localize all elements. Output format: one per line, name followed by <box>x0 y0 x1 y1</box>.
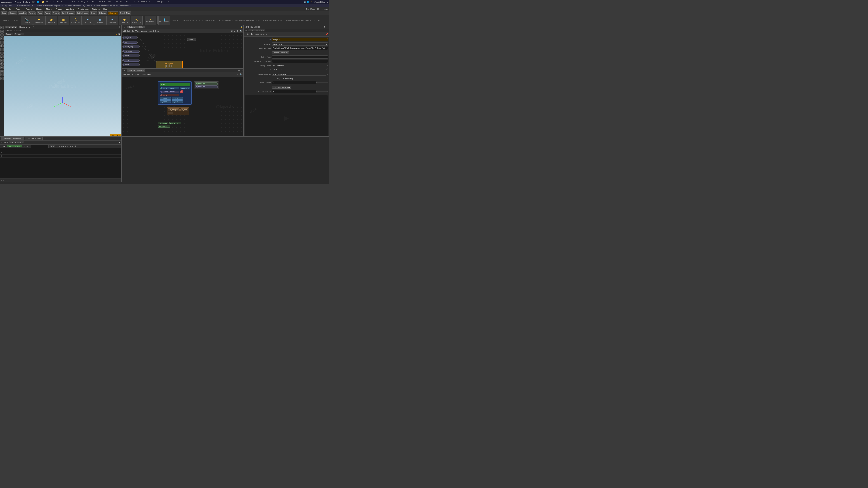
export-button[interactable]: Export <box>90 11 97 15</box>
delay-load-checkbox[interactable] <box>272 77 275 80</box>
places-menu[interactable]: Places <box>15 1 21 3</box>
building-lo-node[interactable]: Building_lo <box>180 87 190 90</box>
param-geofile-value[interactable]: /media/tricecold/NVME_Storage/Work/Houdi… <box>272 47 328 50</box>
nocam-dropdown[interactable]: No cam - <box>14 33 24 35</box>
renderrilight-button[interactable]: RenderMan <box>119 11 131 15</box>
param-load-value[interactable]: All Geometry ▾ <box>272 68 328 71</box>
rp-nav-back-icon[interactable]: ◁ <box>245 33 246 35</box>
lights-toolbar[interactable]: Lights and Cameras 📷 Camera ● Point Ligh… <box>0 15 329 25</box>
menu-file[interactable]: File <box>1 8 6 10</box>
ne-view-menu[interactable]: View <box>135 30 139 32</box>
texture-button[interactable]: Texture <box>28 11 36 15</box>
building-sc-node[interactable]: Building_SC... <box>158 125 170 128</box>
ne-zoom-icon[interactable]: 🔍 <box>240 30 242 32</box>
gi-light-button[interactable]: ◈ GI Light <box>94 16 106 25</box>
sidebar-uv-icon[interactable]: U <box>0 62 4 66</box>
cache-frames-slider[interactable] <box>316 82 328 84</box>
menu-radshift[interactable]: Radshift <box>92 8 100 10</box>
ne-b-help-menu[interactable]: Help <box>147 73 151 75</box>
menu-bar[interactable]: File Edit Render Assets Objects Modify P… <box>0 7 329 11</box>
viewport-display-icon[interactable]: ▣ <box>119 33 120 35</box>
sp-nav-fwd[interactable]: ▷ <box>3 141 4 143</box>
snap-button[interactable]: Snap <box>1 11 7 15</box>
building-lo2-node[interactable]: Building_Lo <box>158 122 168 125</box>
ne-b-list-icon[interactable]: ≡ <box>237 73 239 76</box>
building-fi-node[interactable]: Building_Fi... <box>161 94 180 96</box>
menu-plugins[interactable]: Plugins <box>55 8 63 10</box>
param-geodatapath-value[interactable] <box>272 60 328 63</box>
param-missingframe-value[interactable]: No Geometry ▾ <box>272 64 327 67</box>
sky-light-button[interactable]: ☀ Sky Light <box>82 16 94 25</box>
ne-top-content[interactable]: Indie Edition RRCG 人人素材 env_load null sw… <box>122 33 243 68</box>
add-view-button[interactable]: + <box>33 26 34 28</box>
ne-top-lock-icon[interactable]: 🔒 <box>240 26 242 28</box>
persp-dropdown[interactable]: Persp - <box>5 33 13 35</box>
sp-node-name[interactable]: LOAD_BUILDINGS <box>7 145 22 147</box>
node-null1[interactable]: null <box>123 41 137 43</box>
portal-light-button[interactable]: ⊕ Portal Light <box>119 16 130 25</box>
menu-windows[interactable]: Windows <box>65 8 75 10</box>
sidebar-headphones-icon[interactable]: 🎧 <box>0 70 4 73</box>
rp-obj-icon[interactable]: obj <box>250 33 253 35</box>
sp-settings-icon[interactable]: ⚙ <box>74 145 76 147</box>
area-light-button[interactable]: ⊡ Area Light <box>58 16 69 25</box>
menu-objects[interactable]: Objects <box>35 8 43 10</box>
sidebar-transform-icon[interactable]: ⊞ <box>0 44 4 47</box>
node-forest2[interactable]: forest... <box>123 59 139 62</box>
snapshot-button[interactable]: Snapshot <box>108 11 118 15</box>
sp-tab-taskgraph[interactable]: Task Graph Table <box>25 137 43 140</box>
prefetch-button[interactable]: Pre-Fetch Geometry <box>272 86 291 89</box>
sidebar-rotate-icon[interactable]: ↻ <box>0 37 4 40</box>
rp-tab-label[interactable]: LOAD_BUILDINGS <box>248 29 265 31</box>
node-switch1[interactable]: switch_lodg... <box>123 45 139 48</box>
building-lookdev2-node[interactable]: Building_LookDev <box>161 91 180 93</box>
node-forest3[interactable]: forest... <box>123 63 139 66</box>
menu-help[interactable]: Help <box>103 8 108 10</box>
param-saveload-value[interactable]: 0 <box>272 90 316 93</box>
spot-light-button[interactable]: ◉ Spot Light <box>45 16 57 25</box>
vx-light2-node[interactable]: vx_Light <box>160 100 171 103</box>
node-forest1[interactable]: forest... <box>123 54 139 57</box>
fp-looddev-node[interactable]: fp_LookDev... <box>195 83 218 85</box>
rilight-button[interactable]: RiLight <box>52 11 60 15</box>
viewport-lock-icon[interactable]: 🔒 <box>115 33 118 35</box>
camera-button[interactable]: 📷 Camera <box>21 16 33 25</box>
viewport-building-label[interactable]: Building_LookDev <box>9 30 22 31</box>
param-cacheframes-value[interactable]: 0 <box>272 81 316 84</box>
sp-nav-back[interactable]: ◁ <box>1 141 2 143</box>
sidebar-12-icon[interactable]: 12 <box>0 66 4 69</box>
modules-button[interactable]: Modules <box>18 11 27 15</box>
sidebar-select-icon[interactable]: ↖ <box>0 26 4 29</box>
rp-building-path-label[interactable]: Building_LookDev <box>254 33 267 35</box>
rp-minimize-icon[interactable]: — <box>327 26 328 28</box>
sp-help-icon[interactable]: ? <box>77 145 78 147</box>
fluid-containers-button[interactable]: 💧 Fluid Containers <box>158 16 170 25</box>
viewport-mini-toolbar[interactable]: Persp - No cam - 🔒 ▣ <box>4 32 121 36</box>
sp-maximize-icon[interactable]: □ <box>119 138 120 140</box>
gray-node-group[interactable]: fp_LookDev... fp_LookDev... <box>194 81 219 89</box>
saveload-slider[interactable] <box>316 91 328 92</box>
system-menu[interactable]: System <box>23 1 30 3</box>
ne-bottom-add-tab[interactable]: + <box>147 69 148 71</box>
ne-b-go-menu[interactable]: Go <box>131 73 134 75</box>
ne-add-menu[interactable]: Add <box>123 30 126 32</box>
app-icon-houdini[interactable]: 🎬 <box>32 1 35 3</box>
param-objectmask-value[interactable] <box>272 55 328 59</box>
point-light-button[interactable]: ● Point Light <box>33 16 45 25</box>
ambient-light-button[interactable]: ◎ Ambient Light <box>131 16 143 25</box>
render-view-tab[interactable]: Render View <box>18 26 31 28</box>
objects-button[interactable]: Objects <box>8 11 17 15</box>
ne-b-view-menu[interactable]: View <box>135 73 139 75</box>
viewport-3d[interactable]: RRCG 人人素材 CG Indie Edition x y z Indie E… <box>4 36 121 136</box>
param-displaypacked-value[interactable]: Use File Setting ▾ <box>272 72 327 76</box>
sp-view-dropdown[interactable]: View <box>50 145 55 147</box>
menu-modify[interactable]: Modify <box>45 8 53 10</box>
vx-path-node[interactable]: vx_path <box>180 108 188 111</box>
ne-b-layout-menu[interactable]: Layout <box>141 73 146 75</box>
applications-menu[interactable]: Applications <box>1 1 12 3</box>
pose-button[interactable]: Pose <box>37 11 43 15</box>
ne-edit-menu[interactable]: Edit <box>127 30 130 32</box>
sidebar-view-icon[interactable]: 👁 <box>0 30 4 33</box>
app-icon-files[interactable]: 📁 <box>41 1 44 3</box>
vx-null2-node[interactable]: vx_null <box>172 100 183 103</box>
